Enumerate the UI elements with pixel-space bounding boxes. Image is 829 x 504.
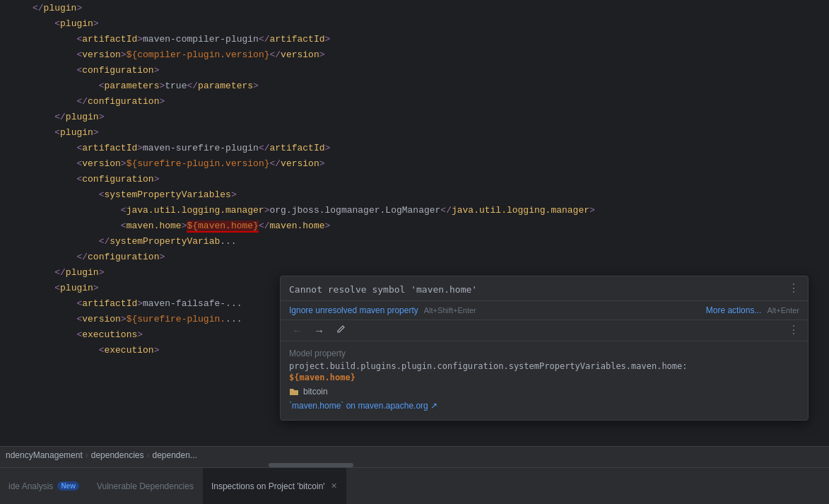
model-project-row: bitcoin xyxy=(289,387,799,397)
popup-actions-row: Ignore unresolved maven property Alt+Shi… xyxy=(281,301,808,320)
code-line: </plugin> xyxy=(0,112,829,127)
nav-edit-button[interactable] xyxy=(333,323,348,338)
tab-ide-analysis[interactable]: ide Analysis New xyxy=(0,468,88,504)
code-line: </plugin> xyxy=(0,3,829,18)
code-line: <java.util.logging.manager>org.jboss.log… xyxy=(0,205,829,221)
code-line: <plugin> xyxy=(0,127,829,143)
more-actions-shortcut: Alt+Enter xyxy=(767,306,799,315)
code-line: </configuration> xyxy=(0,96,829,112)
breadcrumb-item-1[interactable]: ndencyManagement xyxy=(6,450,83,460)
popup-body: Model property project.build.plugins.plu… xyxy=(281,341,808,420)
new-badge: New xyxy=(57,481,79,491)
bottom-tab-bar: ide Analysis New Vulnerable Dependencies… xyxy=(0,467,829,504)
popup-menu-button[interactable]: ⋮ xyxy=(788,283,799,295)
tab-close-button[interactable]: ✕ xyxy=(331,481,337,491)
code-line: </systemPropertyVariab... xyxy=(0,236,829,252)
code-line-error: <maven.home>${maven.home}</maven.home> xyxy=(0,221,829,236)
folder-icon xyxy=(289,387,299,397)
nav-back-button[interactable]: ← xyxy=(289,323,305,338)
code-line: <version>${compiler-plugin.version}</ver… xyxy=(0,49,829,65)
tab-vulnerable-deps-label: Vulnerable Dependencies xyxy=(97,481,194,491)
code-line: <version>${surefire-plugin.version}</ver… xyxy=(0,158,829,174)
tab-vulnerable-deps[interactable]: Vulnerable Dependencies xyxy=(88,468,203,504)
model-path: project.build.plugins.plugin.configurati… xyxy=(289,361,799,371)
nav-menu-button[interactable]: ⋮ xyxy=(788,325,799,336)
code-line: <configuration> xyxy=(0,65,829,81)
code-editor[interactable]: </plugin> <plugin> <artifactId>maven-com… xyxy=(0,0,829,446)
code-line: <parameters>true</parameters> xyxy=(0,81,829,96)
code-line: <artifactId>maven-surefire-plugin</artif… xyxy=(0,143,829,158)
error-popup: Cannot resolve symbol 'maven.home' ⋮ Ign… xyxy=(280,276,809,421)
model-property-label: Model property xyxy=(289,348,799,358)
maven-link[interactable]: `maven.home` on maven.apache.org ↗ xyxy=(289,401,437,411)
project-name: bitcoin xyxy=(303,387,328,397)
popup-nav-row: ← → ⋮ xyxy=(281,320,808,341)
code-line: <artifactId>maven-compiler-plugin</artif… xyxy=(0,34,829,49)
breadcrumb-sep-1: › xyxy=(86,450,88,460)
code-line: </configuration> xyxy=(0,252,829,267)
action-shortcut: Alt+Shift+Enter xyxy=(424,306,476,315)
popup-title: Cannot resolve symbol 'maven.home' xyxy=(289,284,477,295)
tab-inspections[interactable]: Inspections on Project 'bitcoin' ✕ xyxy=(203,468,346,504)
popup-header: Cannot resolve symbol 'maven.home' ⋮ xyxy=(281,276,808,301)
code-line: <plugin> xyxy=(0,18,829,34)
breadcrumb-bar: ndencyManagement › dependencies › depend… xyxy=(0,446,829,463)
breadcrumb-item-3[interactable]: dependen... xyxy=(152,450,196,460)
ignore-unresolved-action[interactable]: Ignore unresolved maven property xyxy=(289,305,418,315)
nav-forward-button[interactable]: → xyxy=(311,323,327,338)
model-value: ${maven.home} xyxy=(289,373,799,382)
code-line: <systemPropertyVariables> xyxy=(0,189,829,205)
tab-inspections-label: Inspections on Project 'bitcoin' xyxy=(211,481,325,491)
tab-ide-analysis-label: ide Analysis xyxy=(8,481,53,491)
more-actions-link[interactable]: More actions... xyxy=(706,305,762,315)
breadcrumb-sep-2: › xyxy=(146,450,149,460)
breadcrumb-item-2[interactable]: dependencies xyxy=(91,450,144,460)
code-line: <configuration> xyxy=(0,174,829,189)
